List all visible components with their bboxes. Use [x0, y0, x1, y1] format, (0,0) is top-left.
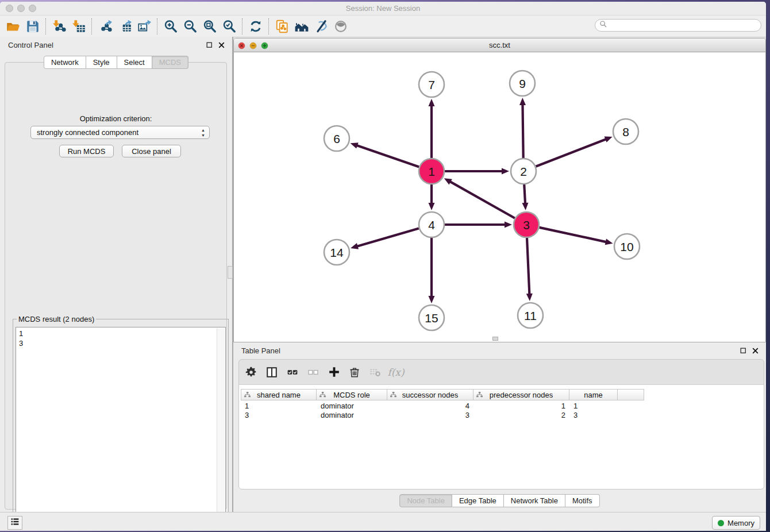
close-panel-button[interactable]: Close panel	[122, 145, 181, 157]
graph-node-1[interactable]: 1	[419, 159, 444, 184]
window-titlebar[interactable]: Session: New Session	[0, 2, 766, 16]
table-row[interactable]: 1dominator411	[241, 402, 644, 411]
tab-select[interactable]: Select	[117, 56, 152, 69]
panel-divider-grip[interactable]	[228, 266, 233, 279]
tab-style[interactable]: Style	[86, 56, 117, 69]
zoom-in-icon[interactable]	[161, 18, 180, 35]
edge-2-3[interactable]	[522, 184, 528, 210]
mcds-result-textarea[interactable]: 13	[16, 327, 226, 531]
svg-text:3: 3	[523, 218, 530, 232]
edge-4-3[interactable]	[445, 222, 512, 228]
column-header-name[interactable]: name	[569, 389, 618, 400]
table-row[interactable]: 3dominator323	[241, 411, 644, 420]
import-table-icon[interactable]	[69, 18, 88, 35]
run-mcds-button[interactable]: Run MCDS	[59, 145, 114, 157]
export-image-icon[interactable]	[134, 18, 154, 35]
tree-icon	[319, 391, 326, 400]
column-header-shared-name[interactable]: shared name	[241, 389, 317, 400]
graph-node-15[interactable]: 15	[419, 305, 444, 330]
edge-1-4[interactable]	[429, 184, 435, 210]
close-panel-icon[interactable]	[218, 41, 225, 48]
edge-4-15[interactable]	[429, 238, 435, 303]
edge-2-9[interactable]	[519, 98, 526, 158]
edge-3-1[interactable]	[444, 178, 515, 218]
edge-3-11[interactable]	[526, 238, 533, 301]
zoom-fit-icon[interactable]	[200, 18, 220, 35]
column-header-predecessor-nodes[interactable]: predecessor nodes	[473, 389, 569, 400]
hide-details-icon[interactable]	[311, 18, 331, 35]
column-header-successor-nodes[interactable]: successor nodes	[387, 389, 473, 400]
gear-icon[interactable]	[242, 364, 260, 381]
table-cell[interactable]: dominator	[317, 411, 387, 420]
edge-2-8[interactable]	[536, 137, 612, 167]
graph-node-8[interactable]: 8	[613, 119, 638, 144]
refresh-icon[interactable]	[246, 18, 265, 35]
close-panel-icon[interactable]	[752, 346, 759, 354]
network-window-titlebar[interactable]: scc.txt	[234, 38, 765, 52]
result-scrollbar[interactable]	[217, 328, 225, 531]
tab-mcds[interactable]: MCDS	[152, 56, 188, 69]
toolbar-separator	[157, 18, 158, 34]
table-cell[interactable]: 4	[387, 402, 473, 411]
float-panel-icon[interactable]	[740, 346, 747, 354]
copy-network-icon[interactable]	[272, 18, 292, 35]
folder-icon[interactable]	[3, 18, 23, 35]
column-header-empty[interactable]	[618, 389, 644, 400]
zoom-selected-icon[interactable]	[220, 18, 239, 35]
float-panel-icon[interactable]	[206, 41, 213, 48]
checkboxes-unchecked-icon[interactable]	[305, 364, 322, 381]
export-network-icon[interactable]	[95, 18, 115, 35]
table-cell[interactable]: dominator	[317, 402, 387, 411]
export-table-icon[interactable]	[115, 18, 134, 35]
table-cell[interactable]: 1	[569, 402, 618, 411]
graph-node-6[interactable]: 6	[324, 126, 349, 151]
graph-node-10[interactable]: 10	[614, 234, 640, 259]
search-box[interactable]	[595, 19, 761, 32]
save-icon[interactable]	[23, 18, 43, 35]
table-cell[interactable]: 1	[473, 402, 569, 411]
columns-icon[interactable]	[263, 364, 280, 381]
network-canvas[interactable]: 1234678910111415	[234, 52, 765, 342]
tab-node-table[interactable]: Node Table	[399, 494, 452, 507]
graph-node-2[interactable]: 2	[511, 159, 536, 184]
import-network-icon[interactable]	[49, 18, 69, 35]
edge-1-6[interactable]	[351, 142, 419, 167]
table-cell[interactable]: 3	[241, 411, 317, 420]
search-input[interactable]	[610, 21, 761, 30]
task-history-button[interactable]	[7, 516, 22, 530]
graph-node-11[interactable]: 11	[518, 303, 543, 328]
graph-node-3[interactable]: 3	[514, 212, 539, 237]
table-delete-icon[interactable]	[367, 364, 384, 381]
network-resize-grip[interactable]	[492, 337, 498, 341]
tab-network-table[interactable]: Network Table	[504, 494, 565, 507]
table-cell[interactable]	[618, 411, 644, 420]
table-cell[interactable]: 2	[473, 411, 569, 420]
houses-icon[interactable]	[292, 18, 311, 35]
edge-1-2[interactable]	[445, 168, 509, 175]
eye-icon[interactable]	[331, 18, 351, 35]
tab-edge-table[interactable]: Edge Table	[452, 494, 504, 507]
table-cell[interactable]	[618, 402, 644, 411]
table-cell[interactable]: 3	[569, 411, 618, 420]
graph-node-4[interactable]: 4	[419, 212, 444, 237]
function-icon[interactable]: f(x)	[387, 364, 405, 381]
tab-motifs[interactable]: Motifs	[565, 494, 600, 507]
zoom-out-icon[interactable]	[180, 18, 200, 35]
table-cell[interactable]: 1	[241, 402, 317, 411]
tab-network[interactable]: Network	[44, 56, 86, 69]
plus-icon[interactable]	[325, 364, 342, 381]
trash-icon[interactable]	[346, 364, 363, 381]
edge-3-10[interactable]	[539, 228, 613, 245]
search-icon	[599, 20, 608, 31]
edge-1-7[interactable]	[429, 99, 435, 158]
network-window-title: scc.txt	[234, 41, 765, 49]
graph-node-7[interactable]: 7	[419, 72, 444, 97]
criterion-select[interactable]: strongly connected component ▲▼	[30, 126, 210, 139]
edge-4-14[interactable]	[351, 228, 419, 249]
table-cell[interactable]: 3	[387, 411, 473, 420]
graph-node-9[interactable]: 9	[510, 71, 535, 96]
memory-button[interactable]: Memory	[712, 516, 760, 530]
checkboxes-checked-icon[interactable]	[284, 364, 301, 381]
graph-node-14[interactable]: 14	[324, 240, 349, 265]
column-header-MCDS-role[interactable]: MCDS role	[317, 389, 387, 400]
